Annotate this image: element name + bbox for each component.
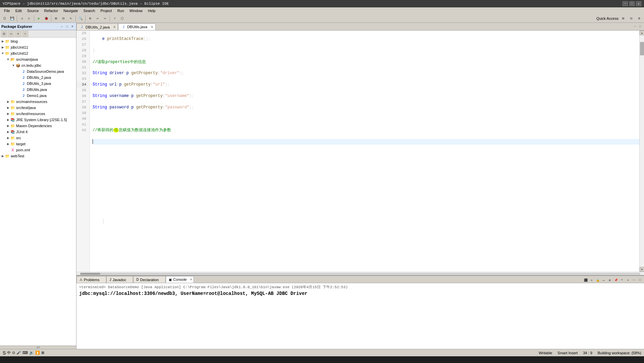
toolbar-btn-2[interactable]: ⊟ [60, 15, 67, 22]
view-menu-button[interactable]: ▾ [15, 31, 21, 37]
close-tab-dbutils[interactable]: ✕ [150, 25, 154, 29]
tree-item-dbutils[interactable]: J DBUtils.java [0, 87, 76, 93]
toolbar-btn-5[interactable]: ↩ [94, 15, 101, 22]
close-button[interactable]: ✕ [636, 1, 641, 6]
console-view-menu[interactable]: ▾ [625, 277, 631, 283]
word-wrap-button[interactable]: ↵ [601, 277, 606, 283]
tree-item-dbutils3[interactable]: J DBUtils_3.java [0, 81, 76, 87]
expand-toggle[interactable]: ▶ [6, 142, 10, 146]
tree-item-target[interactable]: ▶ 📁 target [0, 141, 76, 147]
menu-run[interactable]: Run [115, 8, 127, 13]
tab-javadoc[interactable]: J Javadoc [106, 276, 133, 283]
tab-dbutils[interactable]: J DBUtils.java ✕ [118, 23, 156, 30]
tab-declaration[interactable]: D Declaration [133, 276, 166, 283]
tab-console[interactable]: ▣ Console ✕ [166, 276, 194, 283]
search-button[interactable]: 🔍 [77, 15, 84, 22]
maximize-bottom-button[interactable]: □ [637, 277, 643, 283]
maximize-button[interactable]: □ [629, 1, 635, 6]
menu-file[interactable]: File [1, 8, 13, 13]
open-console-button[interactable]: ⊞ [607, 277, 612, 283]
expand-toggle[interactable]: ▶ [6, 118, 10, 122]
code-content[interactable]: e.printStackTrace(); } //读取properties中的信… [90, 31, 639, 272]
scroll-thumb[interactable] [640, 42, 644, 55]
forward-button[interactable]: ▷ [26, 15, 33, 22]
toolbar-btn-1[interactable]: ⊞ [53, 15, 59, 22]
tree-item-src-test-java[interactable]: ▶ 📁 src/test/java [0, 105, 76, 111]
expand-toggle[interactable]: ▶ [1, 154, 5, 158]
clear-console-button[interactable]: ✕ [589, 277, 594, 283]
new-console-button[interactable]: + [619, 277, 625, 283]
expand-toggle[interactable]: ▶ [6, 106, 10, 110]
tree-item-blog[interactable]: ▶ 📁 blog [0, 38, 76, 44]
expand-toggle[interactable]: ▼ [11, 63, 15, 67]
scroll-track[interactable] [640, 35, 644, 267]
tab-problems[interactable]: ⚠ Problems [76, 276, 106, 283]
expand-toggle[interactable]: ▶ [6, 130, 10, 134]
tree-item-webtest[interactable]: ▶ 📁 webTest [0, 153, 76, 159]
expand-toggle[interactable]: ▶ [6, 100, 10, 104]
menu-help[interactable]: Help [145, 8, 158, 13]
close-console-button[interactable]: ✕ [190, 278, 193, 281]
tree-item-datasourcedemo[interactable]: J DataSourceDemo.java [0, 68, 76, 74]
tree-item-junit4[interactable]: ▶ 📚 JUnit 4 [0, 129, 76, 135]
expand-toggle[interactable]: ▶ [1, 39, 5, 43]
vertical-scrollbar[interactable]: ▲ ▼ [639, 31, 644, 272]
panel-resize-handle[interactable]: ▲▼ [0, 346, 76, 349]
menu-edit[interactable]: Edit [13, 8, 24, 13]
menu-source[interactable]: Source [24, 8, 42, 13]
scroll-down-button[interactable]: ▼ [640, 267, 644, 272]
tree-item-pomxml[interactable]: X pom.xml [0, 147, 76, 153]
tree-item-cn-tedu-jdbc[interactable]: ▼ 📦 cn.tedu.jdbc [0, 62, 76, 68]
scroll-track-h[interactable] [80, 273, 640, 275]
menu-window[interactable]: Window [127, 8, 145, 13]
pin-console-button[interactable]: 📌 [613, 277, 619, 283]
view-button[interactable]: ⊡ [628, 15, 635, 22]
scroll-lock-button[interactable]: 🔒 [595, 277, 600, 283]
menu-navigate[interactable]: Navigate [61, 8, 80, 13]
menu-search[interactable]: Search [81, 8, 98, 13]
expand-toggle[interactable]: ▼ [6, 57, 10, 61]
toolbar-btn-8[interactable]: ⬡ [119, 15, 125, 22]
tree-item-src-main-java[interactable]: ▼ 📂 src/main/java [0, 56, 76, 62]
collapse-all-button[interactable]: ⊟ [1, 31, 7, 37]
close-tab-dbutils2[interactable]: ✕ [112, 25, 116, 29]
scroll-thumb-h[interactable] [80, 273, 100, 275]
debug-button[interactable]: 🐞 [43, 15, 50, 22]
tree-item-jdbcunit11[interactable]: ▶ 📁 jdbcUnit11 [0, 44, 76, 50]
window-controls[interactable]: ─ □ ✕ [623, 1, 641, 6]
tree-item-demo1[interactable]: J Demo1.java [0, 93, 76, 99]
tree-item-src[interactable]: ▶ 📁 src [0, 135, 76, 141]
toolbar-btn-3[interactable]: ✎ [67, 15, 74, 22]
minimize-panel-button[interactable]: ─ [59, 24, 64, 29]
minimize-editor-button[interactable]: ─ [633, 24, 637, 29]
menu-refactor[interactable]: Refactor [42, 8, 61, 13]
preferences-button[interactable]: ⚙ [636, 15, 643, 22]
filter-button[interactable]: ▿ [22, 31, 29, 37]
toolbar-btn-6[interactable]: ↪ [102, 15, 108, 22]
toolbar-btn-4[interactable]: ⚙ [87, 15, 94, 22]
expand-toggle[interactable]: ▼ [1, 51, 5, 55]
expand-toggle[interactable]: ▶ [6, 136, 10, 140]
perspective-button[interactable]: ⊞ [620, 15, 627, 22]
new-button[interactable]: 🗋 [1, 15, 8, 22]
tree-item-src-main-resources[interactable]: ▶ 📁 src/main/resources [0, 99, 76, 105]
tree-item-src-test-resources[interactable]: ▶ 📁 src/test/resources [0, 111, 76, 117]
scroll-up-button[interactable]: ▲ [640, 31, 644, 35]
tree-item-dbutils2[interactable]: J DBUtils_2.java [0, 74, 76, 81]
close-panel-button[interactable]: ✕ [70, 24, 75, 29]
expand-toggle[interactable]: ▶ [1, 45, 5, 49]
tree-item-jdbcunit12[interactable]: ▼ 📁 jdbcUnit12 [0, 50, 76, 56]
stop-console-button[interactable]: ⬛ [583, 277, 588, 283]
expand-toggle[interactable]: ▶ [6, 112, 10, 116]
tree-item-jre[interactable]: ▶ 📚 JRE System Library [J2SE-1.5] [0, 117, 76, 123]
toolbar-btn-7[interactable]: ⚡ [111, 15, 118, 22]
maximize-editor-button[interactable]: □ [638, 24, 643, 29]
link-editor-button[interactable]: ⇔ [8, 31, 14, 37]
expand-toggle[interactable]: ▶ [6, 124, 10, 128]
maximize-panel-button[interactable]: □ [65, 24, 69, 29]
menu-project[interactable]: Project [98, 8, 114, 13]
run-button[interactable]: ▶ [36, 15, 42, 22]
horizontal-scrollbar[interactable]: ◁ ▷ [76, 272, 644, 275]
back-button[interactable]: ◁ [18, 15, 25, 22]
code-editor[interactable]: 25 26 27 28 29 30 31 32 33 34 35 36 37 3… [76, 31, 644, 272]
